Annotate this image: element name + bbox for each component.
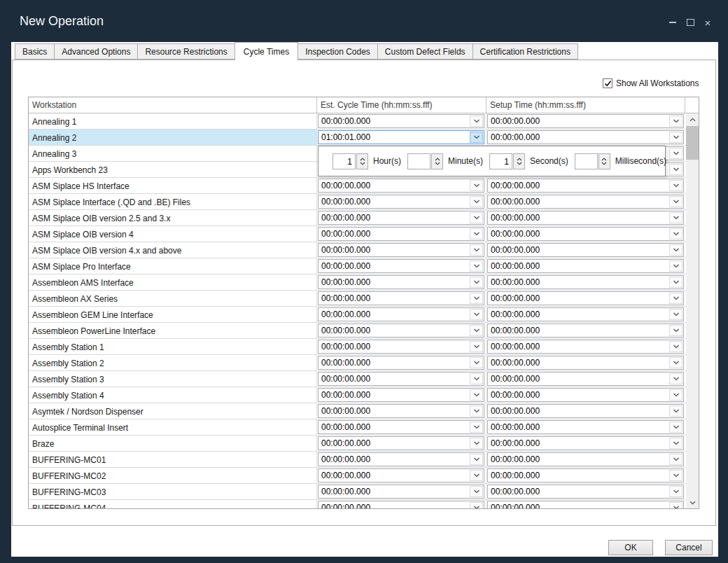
tab-basics[interactable]: Basics: [15, 43, 55, 60]
table-row[interactable]: BUFFERING-MC01 00:00:00.000 00:00:00.000: [29, 452, 686, 468]
cycle-time-combo[interactable]: 00:00:00.000: [318, 404, 484, 418]
dropdown-arrow-icon[interactable]: [669, 325, 682, 336]
dropdown-arrow-icon[interactable]: [669, 405, 682, 417]
dropdown-arrow-icon[interactable]: [470, 454, 483, 465]
dropdown-arrow-icon[interactable]: [470, 293, 483, 304]
dropdown-arrow-icon[interactable]: [470, 373, 483, 384]
dropdown-arrow-icon[interactable]: [669, 228, 682, 239]
dropdown-arrow-icon[interactable]: [669, 389, 682, 401]
cycle-time-combo[interactable]: 00:00:00.000: [318, 501, 484, 508]
scroll-up-button[interactable]: [686, 113, 699, 125]
dropdown-arrow-icon[interactable]: [669, 341, 682, 352]
table-row[interactable]: ASM Siplace OIB version 2.5 and 3.x 00:0…: [29, 210, 686, 226]
cycle-time-combo[interactable]: 00:00:00.000: [318, 372, 484, 386]
dropdown-arrow-icon[interactable]: [669, 180, 682, 191]
tab-advanced-options[interactable]: Advanced Options: [54, 43, 138, 60]
cycle-time-combo[interactable]: 00:00:00.000: [318, 275, 484, 289]
dropdown-arrow-icon[interactable]: [669, 196, 682, 207]
dropdown-arrow-icon[interactable]: [669, 132, 682, 143]
dropdown-arrow-icon[interactable]: [470, 132, 483, 143]
cycle-time-combo[interactable]: 00:00:00.000: [318, 291, 484, 305]
scroll-down-button[interactable]: [686, 496, 699, 508]
maximize-button[interactable]: [682, 16, 698, 29]
cycle-time-combo[interactable]: 00:00:00.000: [318, 468, 484, 482]
table-row[interactable]: Annealing 1 00:00:00.000 00:00:00.000: [29, 113, 686, 130]
setup-time-combo[interactable]: 00:00:00.000: [487, 340, 684, 354]
tab-inspection-codes[interactable]: Inspection Codes: [298, 43, 378, 60]
table-row[interactable]: BUFFERING-MC04 00:00:00.000 00:00:00.000: [29, 500, 686, 508]
table-row[interactable]: ASM Siplace OIB version 4.x and above 00…: [29, 242, 686, 258]
dropdown-arrow-icon[interactable]: [470, 228, 483, 239]
setup-time-combo[interactable]: 00:00:00.000: [487, 130, 684, 144]
cancel-button[interactable]: Cancel: [665, 540, 713, 555]
show-all-workstations[interactable]: Show All Workstations: [603, 78, 699, 88]
tab-certification-restrictions[interactable]: Certification Restrictions: [472, 43, 578, 60]
cycle-time-combo[interactable]: 00:00:00.000: [318, 356, 484, 370]
cycle-time-combo[interactable]: 00:00:00.000: [318, 114, 484, 128]
dropdown-arrow-icon[interactable]: [470, 244, 483, 256]
setup-time-combo[interactable]: 00:00:00.000: [487, 436, 684, 450]
cycle-time-combo[interactable]: 00:00:00.000: [318, 485, 484, 499]
setup-time-combo[interactable]: 00:00:00.000: [487, 243, 684, 257]
table-row[interactable]: Assembleon GEM Line Interface 00:00:00.0…: [29, 307, 686, 323]
dropdown-arrow-icon[interactable]: [470, 277, 483, 288]
cycle-time-combo[interactable]: 00:00:00.000: [318, 243, 484, 257]
cycle-time-combo[interactable]: 01:00:01.000: [318, 130, 484, 144]
dropdown-arrow-icon[interactable]: [669, 260, 682, 272]
cycle-time-combo[interactable]: 00:00:00.000: [318, 179, 484, 193]
tab-cycle-times[interactable]: Cycle Times: [234, 42, 298, 60]
table-row[interactable]: Assembleon PowerLine Interface 00:00:00.…: [29, 323, 686, 339]
show-all-workstations-checkbox[interactable]: [603, 78, 612, 88]
tab-custom-defect-fields[interactable]: Custom Defect Fields: [377, 43, 473, 60]
table-row[interactable]: Annealing 2 01:00:01.000 00:00:00.000: [29, 130, 686, 146]
cycle-time-combo[interactable]: 00:00:00.000: [318, 307, 484, 321]
table-row[interactable]: Assembleon AX Series 00:00:00.000 00:00:…: [29, 291, 686, 307]
table-row[interactable]: ASM Siplace HS Interface 00:00:00.000 00…: [29, 178, 686, 194]
table-row[interactable]: Asymtek / Nordson Dispenser 00:00:00.000…: [29, 403, 686, 419]
spinner-value[interactable]: [407, 153, 430, 169]
dropdown-arrow-icon[interactable]: [470, 389, 483, 401]
spinner-value[interactable]: [575, 153, 598, 169]
dropdown-arrow-icon[interactable]: [669, 293, 682, 304]
dropdown-arrow-icon[interactable]: [669, 277, 682, 288]
table-row[interactable]: Assembly Station 1 00:00:00.000 00:00:00…: [29, 339, 686, 355]
dropdown-arrow-icon[interactable]: [669, 470, 682, 481]
cycle-time-combo[interactable]: 00:00:00.000: [318, 324, 484, 338]
dropdown-arrow-icon[interactable]: [669, 148, 682, 159]
dropdown-arrow-icon[interactable]: [669, 116, 682, 127]
cycle-time-combo[interactable]: 00:00:00.000: [318, 452, 484, 466]
dropdown-arrow-icon[interactable]: [470, 325, 483, 336]
dropdown-arrow-icon[interactable]: [470, 405, 483, 417]
dropdown-arrow-icon[interactable]: [669, 164, 682, 175]
table-row[interactable]: Braze 00:00:00.000 00:00:00.000: [29, 436, 686, 452]
dropdown-arrow-icon[interactable]: [470, 309, 483, 320]
table-row[interactable]: ASM Siplace Pro Interface 00:00:00.000 0…: [29, 258, 686, 274]
column-header-workstation[interactable]: Workstation: [29, 97, 317, 113]
setup-time-combo[interactable]: 00:00:00.000: [487, 307, 684, 321]
cycle-time-combo[interactable]: 00:00:00.000: [318, 259, 484, 273]
dropdown-arrow-icon[interactable]: [669, 422, 682, 433]
minimize-button[interactable]: [665, 16, 680, 29]
vertical-scrollbar[interactable]: [686, 113, 699, 508]
setup-time-combo[interactable]: 00:00:00.000: [487, 388, 684, 402]
table-row[interactable]: Assembly Station 4 00:00:00.000 00:00:00…: [29, 387, 686, 403]
cycle-time-combo[interactable]: 00:00:00.000: [318, 388, 484, 402]
ok-button[interactable]: OK: [608, 540, 653, 555]
setup-time-combo[interactable]: 00:00:00.000: [487, 324, 684, 338]
setup-time-combo[interactable]: 00:00:00.000: [487, 468, 684, 482]
dropdown-arrow-icon[interactable]: [470, 470, 483, 481]
spinner-up-down-button[interactable]: [513, 153, 525, 169]
dropdown-arrow-icon[interactable]: [470, 260, 483, 272]
dropdown-arrow-icon[interactable]: [669, 244, 682, 256]
dropdown-arrow-icon[interactable]: [470, 180, 483, 191]
dropdown-arrow-icon[interactable]: [470, 196, 483, 207]
spinner-up-down-button[interactable]: [598, 153, 610, 169]
setup-time-combo[interactable]: 00:00:00.000: [487, 485, 684, 499]
table-row[interactable]: BUFFERING-MC03 00:00:00.000 00:00:00.000: [29, 484, 686, 500]
dropdown-arrow-icon[interactable]: [669, 357, 682, 368]
dropdown-arrow-icon[interactable]: [470, 116, 483, 127]
setup-time-combo[interactable]: 00:00:00.000: [487, 114, 684, 128]
dropdown-arrow-icon[interactable]: [669, 373, 682, 384]
table-row[interactable]: ASM Siplace Interface (.QD and .BE) File…: [29, 194, 686, 210]
table-row[interactable]: Assembly Station 3 00:00:00.000 00:00:00…: [29, 371, 686, 387]
